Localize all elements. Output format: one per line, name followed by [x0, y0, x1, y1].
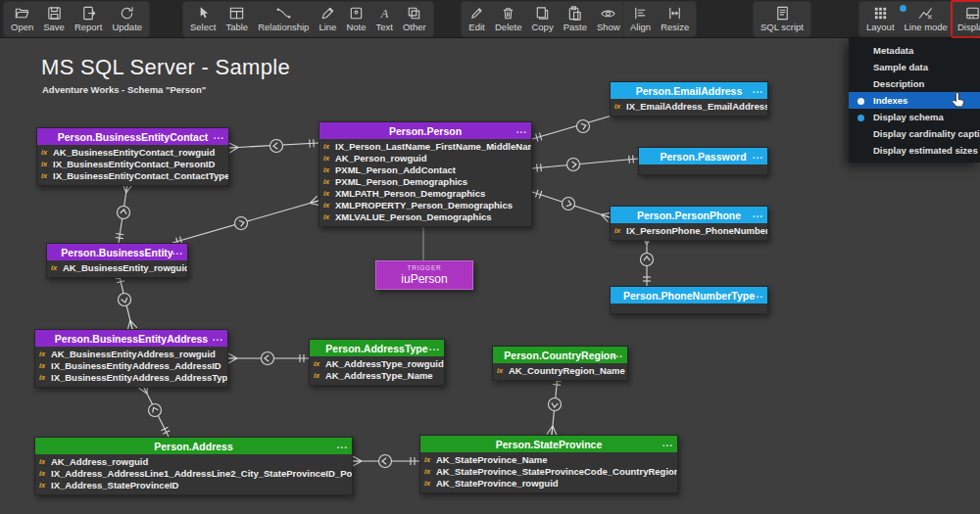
align-button[interactable]: Align	[625, 2, 656, 36]
table-header[interactable]: Person.Address...	[35, 438, 352, 454]
table-index-list: ixAK_BusinessEntityContact_rowguidixIX_B…	[37, 145, 228, 185]
table-person-countryregion[interactable]: Person.CountryRegion...ixAK_CountryRegio…	[492, 346, 628, 381]
index-icon: ix	[424, 479, 436, 488]
table-more-button[interactable]: ...	[214, 128, 224, 144]
table-person-emailaddress[interactable]: Person.EmailAddress...ixIX_EmailAddress_…	[610, 81, 768, 117]
save-button[interactable]: Save	[38, 2, 70, 36]
trigger-node[interactable]: TRIGGER iuPerson	[375, 260, 473, 290]
other-button[interactable]: Other	[398, 2, 431, 36]
table-person-businessentitycontact[interactable]: Person.BusinessEntityContact...ixAK_Busi…	[36, 127, 229, 186]
index-icon: ix	[614, 102, 626, 111]
table-person-password[interactable]: Person.Password...	[638, 147, 768, 175]
text-button[interactable]: AText	[370, 2, 397, 36]
index-row[interactable]: ixAK_BusinessEntityContact_rowguid	[37, 146, 228, 158]
table-person-personphone[interactable]: Person.PersonPhone...ixIX_PersonPhone_Ph…	[610, 206, 768, 241]
table-more-button[interactable]: ...	[753, 148, 763, 164]
open-button[interactable]: Open	[6, 2, 38, 36]
table-header[interactable]: Person.StateProvince...	[420, 436, 677, 452]
relationship-button[interactable]: Relationship	[253, 2, 314, 36]
index-row[interactable]: ixIX_BusinessEntityAddress_AddressID	[35, 359, 227, 371]
index-row[interactable]: ixXMLVALUE_Person_Demographics	[319, 210, 531, 222]
menu-item-display-estimated-sizes[interactable]: Display estimated sizes	[849, 142, 980, 159]
index-row[interactable]: ixIX_BusinessEntityContact_ContactTypeID	[37, 169, 228, 181]
line-button[interactable]: Line	[314, 2, 341, 36]
table-header[interactable]: Person.EmailAddress...	[611, 82, 767, 99]
copy-button[interactable]: Copy	[526, 2, 558, 36]
index-row[interactable]: ixIX_EmailAddress_EmailAddress	[611, 100, 767, 112]
resize-button[interactable]: Resize	[656, 2, 694, 36]
select-button[interactable]: Select	[185, 2, 220, 36]
table-person-person[interactable]: Person.Person...ixIX_Person_LastName_Fir…	[318, 121, 532, 227]
table-header[interactable]: Person.Person...	[319, 122, 531, 139]
index-icon: ix	[323, 189, 335, 198]
index-row[interactable]: ixIX_BusinessEntityAddress_AddressTypeID	[35, 371, 227, 383]
table-more-button[interactable]: ...	[753, 82, 763, 98]
toolbar-group-sql: SQL script	[754, 2, 810, 36]
table-more-button[interactable]: ...	[429, 340, 440, 355]
index-row[interactable]: ixIX_Person_LastName_FirstName_MiddleNam…	[319, 140, 531, 152]
table-person-stateprovince[interactable]: Person.StateProvince...ixAK_StateProvinc…	[419, 435, 678, 493]
index-row[interactable]: ixAK_Person_rowguid	[319, 152, 531, 164]
layout-button[interactable]: Layout	[861, 2, 900, 36]
table-more-button[interactable]: ...	[516, 122, 527, 138]
index-row[interactable]: ixIX_BusinessEntityContact_PersonID	[37, 158, 228, 169]
index-row[interactable]: ixAK_Address_rowguid	[35, 455, 352, 467]
table-header[interactable]: Person.Password...	[639, 148, 767, 164]
table-more-button[interactable]: ...	[662, 436, 673, 451]
paste-button[interactable]: Paste	[559, 2, 592, 36]
table-person-address[interactable]: Person.Address...ixAK_Address_rowguidixI…	[34, 437, 353, 495]
index-row[interactable]: ixAK_BusinessEntityAddress_rowguid	[35, 348, 227, 359]
menu-item-display-cardinality-captions[interactable]: Display cardinality captions	[849, 125, 980, 142]
index-row[interactable]: ixIX_Address_StateProvinceID	[35, 479, 352, 491]
index-row[interactable]: ixXMLPROPERTY_Person_Demographics	[319, 199, 531, 210]
index-row[interactable]: ixXMLPATH_Person_Demographics	[319, 187, 531, 199]
index-row[interactable]: ixPXML_Person_AddContact	[319, 164, 531, 175]
table-header[interactable]: Person.PersonPhone...	[611, 207, 767, 223]
index-row[interactable]: ixPXML_Person_Demographics	[319, 175, 531, 187]
report-button[interactable]: Report	[70, 2, 108, 36]
index-row[interactable]: ixAK_AddressType_rowguid	[310, 357, 444, 369]
table-more-button[interactable]: ...	[753, 207, 763, 222]
table-header[interactable]: Person.CountryRegion...	[493, 347, 627, 363]
open-button-label: Open	[11, 22, 33, 32]
menu-item-description[interactable]: Description	[849, 75, 980, 92]
table-header[interactable]: Person.BusinessEntityContact...	[37, 128, 228, 145]
index-row[interactable]: ixAK_AddressType_Name	[310, 369, 444, 381]
update-button[interactable]: Update	[107, 2, 147, 36]
table-button[interactable]: Table	[220, 2, 253, 36]
linemode-button[interactable]: Line mode	[900, 2, 953, 36]
table-index-list: ixIX_Person_LastName_FirstName_MiddleNam…	[319, 139, 531, 226]
show-button[interactable]: Show	[592, 2, 625, 36]
index-name: AK_AddressType_Name	[325, 370, 433, 381]
index-row[interactable]: ixAK_StateProvince_StateProvinceCode_Cou…	[420, 465, 677, 477]
edit-button[interactable]: Edit	[464, 2, 490, 36]
table-more-button[interactable]: ...	[612, 347, 623, 362]
index-name: AK_BusinessEntityContact_rowguid	[53, 147, 215, 158]
index-row[interactable]: ixAK_BusinessEntity_rowguid	[47, 261, 187, 273]
index-row[interactable]: ixAK_CountryRegion_Name	[493, 364, 627, 376]
table-header[interactable]: Person.AddressType...	[310, 340, 444, 356]
table-header[interactable]: Person.BusinessEntityAddress...	[35, 330, 227, 347]
table-person-phonenumbertype[interactable]: Person.PhoneNumberType...	[610, 286, 768, 314]
note-button[interactable]: Note	[341, 2, 370, 36]
index-row[interactable]: ixAK_StateProvince_Name	[420, 453, 677, 465]
index-row[interactable]: ixIX_Address_AddressLine1_AddressLine2_C…	[35, 467, 352, 479]
table-more-button[interactable]: ...	[213, 330, 223, 346]
table-person-businessentity[interactable]: Person.BusinessEntity...ixAK_BusinessEnt…	[46, 243, 188, 278]
menu-item-display-schema[interactable]: Display schema	[849, 109, 980, 125]
enabled-dot-icon	[858, 115, 864, 121]
table-more-button[interactable]: ...	[753, 287, 763, 303]
table-more-button[interactable]: ...	[337, 438, 348, 453]
display-button[interactable]: Display	[953, 2, 980, 36]
table-more-button[interactable]: ...	[172, 244, 183, 259]
table-person-businessentityaddress[interactable]: Person.BusinessEntityAddress...ixAK_Busi…	[34, 329, 228, 388]
index-row[interactable]: ixAK_StateProvince_rowguid	[420, 477, 677, 489]
table-header[interactable]: Person.PhoneNumberType...	[611, 287, 767, 304]
table-person-addresstype[interactable]: Person.AddressType...ixAK_AddressType_ro…	[309, 339, 445, 386]
menu-item-metadata[interactable]: Metadata	[849, 42, 980, 59]
sqlscript-button[interactable]: SQL script	[756, 2, 808, 36]
delete-button[interactable]: Delete	[490, 2, 526, 36]
menu-item-sample-data[interactable]: Sample data	[849, 59, 980, 75]
table-header[interactable]: Person.BusinessEntity...	[47, 244, 187, 260]
index-row[interactable]: ixIX_PersonPhone_PhoneNumber	[611, 224, 767, 236]
